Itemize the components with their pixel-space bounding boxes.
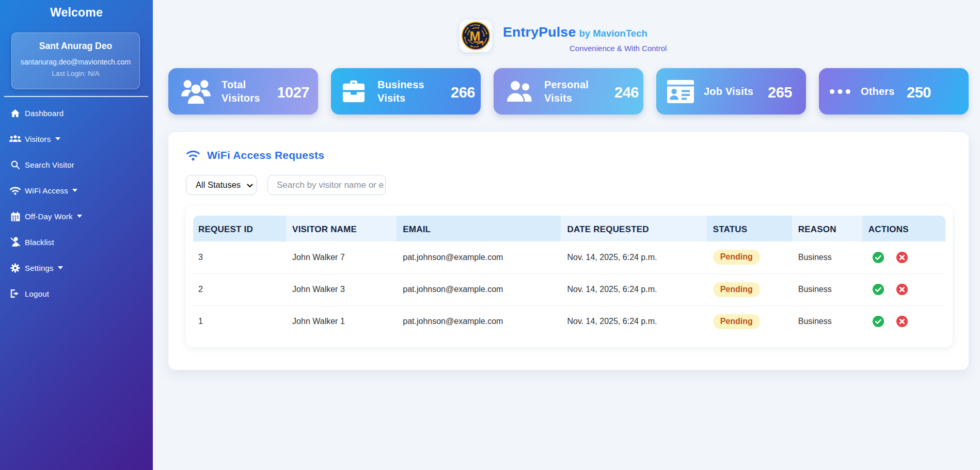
svg-text:M: M: [470, 29, 481, 43]
